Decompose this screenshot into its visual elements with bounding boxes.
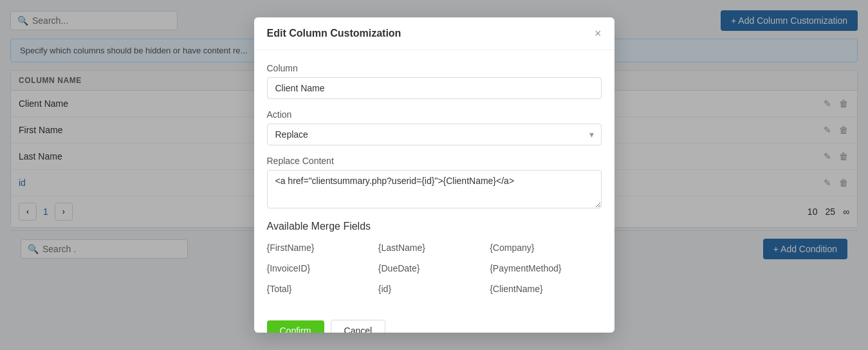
merge-field-5[interactable]: {PaymentMethod}	[490, 261, 601, 276]
replace-content-textarea[interactable]: <a href="clientsummary.php?userid={id}">…	[267, 170, 602, 208]
modal-title: Edit Column Customization	[267, 28, 402, 39]
merge-fields-title: Available Merge Fields	[267, 221, 602, 232]
confirm-button[interactable]: Confirm	[267, 320, 324, 333]
modal-footer: Confirm Cancel	[254, 309, 614, 333]
edit-column-modal: Edit Column Customization × Column Actio…	[254, 17, 614, 333]
merge-field-0[interactable]: {FirstName}	[267, 240, 378, 255]
merge-field-6[interactable]: {Total}	[267, 281, 378, 297]
merge-fields-grid: {FirstName} {LastName} {Company} {Invoic…	[267, 240, 602, 297]
column-input[interactable]	[267, 77, 602, 99]
merge-field-4[interactable]: {DueDate}	[378, 261, 490, 276]
action-field-group: Action Replace Hide ▾	[267, 109, 602, 145]
action-select[interactable]: Replace Hide	[267, 124, 602, 145]
merge-field-2[interactable]: {Company}	[490, 240, 601, 255]
modal-overlay: Edit Column Customization × Column Actio…	[0, 0, 868, 350]
modal-header: Edit Column Customization ×	[254, 17, 614, 50]
replace-content-field-group: Replace Content <a href="clientsummary.p…	[267, 156, 602, 210]
merge-field-7[interactable]: {id}	[378, 281, 490, 297]
merge-field-3[interactable]: {InvoiceID}	[267, 261, 378, 276]
action-select-wrapper: Replace Hide ▾	[267, 124, 602, 145]
modal-body: Column Action Replace Hide ▾ Replace Con…	[254, 50, 614, 309]
merge-field-8[interactable]: {ClientName}	[490, 281, 601, 297]
replace-content-label: Replace Content	[267, 156, 602, 166]
action-label: Action	[267, 109, 602, 120]
cancel-button[interactable]: Cancel	[331, 320, 386, 333]
modal-close-button[interactable]: ×	[595, 28, 602, 39]
merge-fields-section: Available Merge Fields {FirstName} {Last…	[267, 221, 602, 297]
column-field-group: Column	[267, 63, 602, 99]
column-label: Column	[267, 63, 602, 73]
merge-field-1[interactable]: {LastName}	[378, 240, 490, 255]
